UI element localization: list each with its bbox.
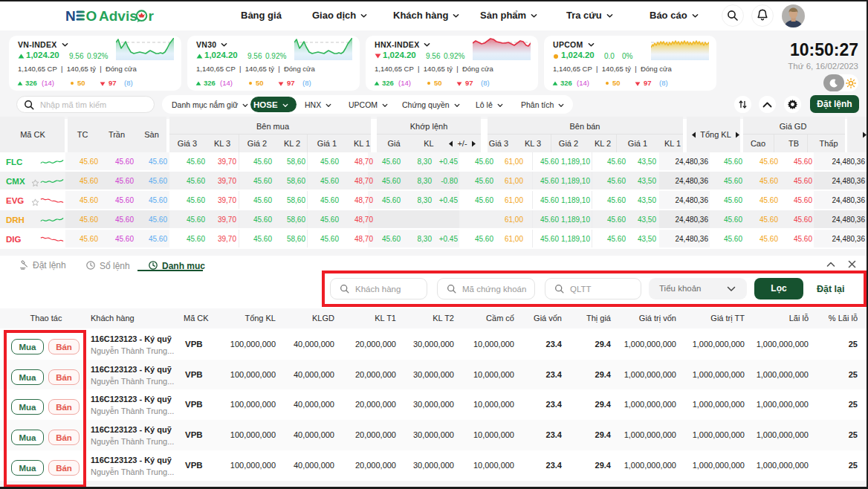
svg-text:r: r [149, 8, 155, 24]
svg-text:Advis: Advis [99, 8, 137, 24]
svg-text:N: N [65, 8, 76, 24]
svg-text:O: O [86, 8, 97, 24]
